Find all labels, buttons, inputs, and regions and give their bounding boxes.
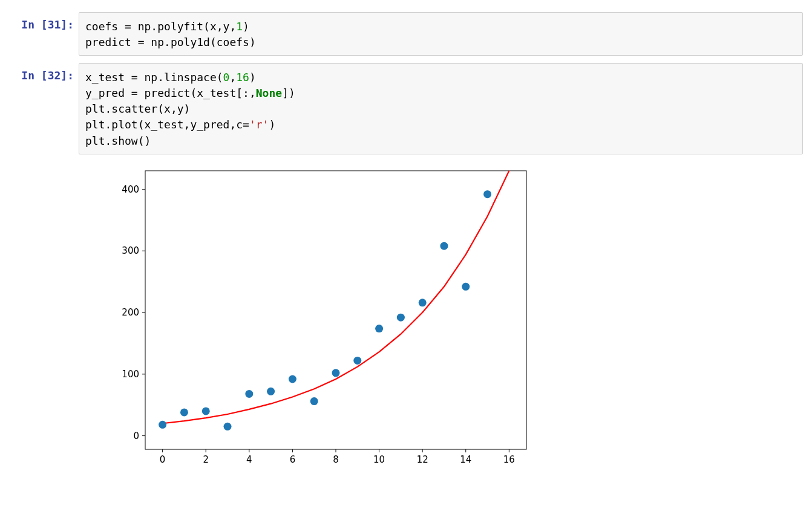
data-point (375, 325, 383, 332)
data-point (397, 313, 405, 321)
svg-text:4: 4 (246, 454, 252, 465)
code-cell: In [31]: coefs = np.polyfit(x,y,1) predi… (9, 12, 803, 56)
scatter-line-chart: 02468101214160100200300400 (103, 162, 539, 471)
cell-prompt: In [31]: (9, 12, 79, 31)
cell-prompt: In [32]: (9, 63, 79, 82)
data-point (159, 420, 166, 428)
data-point (245, 390, 253, 398)
svg-text:300: 300 (122, 245, 139, 256)
data-point (180, 408, 188, 416)
svg-text:0: 0 (160, 454, 166, 465)
data-point (483, 190, 491, 198)
svg-text:0: 0 (133, 430, 139, 441)
code-text: coefs = np.polyfit(x,y,1) predict = np.p… (85, 19, 796, 50)
data-point (440, 242, 448, 249)
output-area: 02468101214160100200300400 (9, 162, 803, 471)
svg-text:6: 6 (290, 454, 296, 465)
data-point (353, 357, 361, 365)
svg-text:8: 8 (333, 454, 339, 465)
code-cell: In [32]: x_test = np.linspace(0,16) y_pr… (9, 63, 803, 154)
svg-text:12: 12 (417, 454, 428, 465)
data-point (202, 407, 210, 415)
code-text: x_test = np.linspace(0,16) y_pred = pred… (85, 70, 796, 148)
data-point (332, 369, 340, 377)
svg-text:400: 400 (122, 183, 139, 194)
svg-text:100: 100 (122, 368, 139, 379)
data-point (310, 397, 318, 405)
code-input-area[interactable]: x_test = np.linspace(0,16) y_pred = pred… (79, 63, 803, 154)
data-point (289, 375, 296, 383)
svg-text:200: 200 (122, 307, 139, 318)
data-point (267, 387, 275, 395)
data-point (419, 299, 427, 306)
code-input-area[interactable]: coefs = np.polyfit(x,y,1) predict = np.p… (79, 12, 803, 56)
svg-rect-0 (145, 171, 526, 449)
svg-text:16: 16 (503, 454, 515, 465)
svg-text:10: 10 (373, 454, 385, 465)
svg-text:2: 2 (203, 454, 209, 465)
svg-text:14: 14 (460, 454, 471, 465)
data-point (224, 423, 232, 431)
data-point (462, 282, 470, 290)
fit-line (163, 171, 509, 423)
